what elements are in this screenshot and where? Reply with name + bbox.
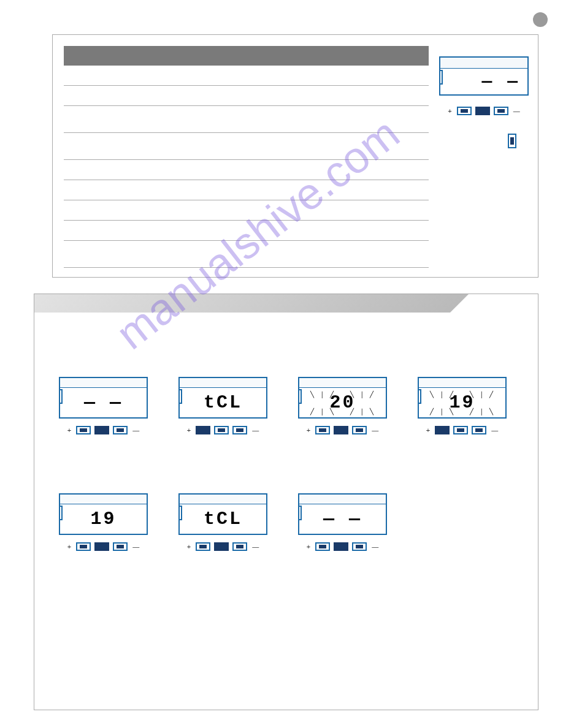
minus-button[interactable] [232, 426, 247, 434]
set-button[interactable] [334, 426, 348, 434]
table-row [64, 66, 429, 86]
minus-button[interactable] [113, 542, 128, 551]
minus-button[interactable] [232, 542, 247, 551]
plus-label: + [187, 543, 191, 550]
minus-label: — [372, 543, 378, 550]
set-button[interactable] [94, 426, 109, 434]
minus-button[interactable] [472, 426, 486, 434]
table-row [64, 200, 429, 221]
table-row [64, 106, 429, 133]
display-step-3: ╲ │ ╱ ╲ │ ╱ 20 ╱ │ ╲ ╱ │ ╲ + — [298, 377, 387, 434]
lcd-display-flashing: ╲ │ ╱ ╲ │ ╱ 20 ╱ │ ╲ ╱ │ ╲ [298, 377, 387, 419]
lcd-display: 19 [59, 493, 148, 535]
plus-label: + [426, 427, 430, 434]
minus-button[interactable] [494, 107, 508, 115]
table-row [64, 180, 429, 200]
display-step-5: 19 + — [59, 493, 148, 551]
minus-button[interactable] [352, 426, 367, 434]
plus-label: + [187, 427, 191, 434]
lower-panel: — — + — tCL + — [34, 294, 538, 710]
lcd-value: tCL [204, 509, 242, 529]
side-control-panel: — — + — [439, 56, 529, 148]
minus-button[interactable] [113, 426, 128, 434]
table-row [64, 241, 429, 268]
table-row [64, 86, 429, 106]
plus-label: + [307, 543, 310, 550]
aux-button[interactable] [508, 134, 516, 148]
plus-button[interactable] [196, 426, 210, 434]
set-button[interactable] [334, 542, 348, 551]
display-step-1: — — + — [59, 377, 148, 434]
table-header [64, 46, 429, 66]
upper-panel: — — + — [52, 34, 538, 278]
plus-button[interactable] [76, 426, 91, 434]
display-row-1: — — + — tCL + — [59, 377, 507, 434]
lcd-value: 19 [90, 509, 116, 529]
plus-button[interactable] [76, 542, 91, 551]
plus-label: + [67, 543, 71, 550]
minus-label: — [252, 543, 259, 550]
minus-label: — [132, 427, 139, 434]
display-step-7: — — + — [298, 493, 387, 551]
page-indicator-circle [533, 12, 548, 27]
lcd-value: tCL [204, 392, 242, 413]
main-lcd-display: — — [439, 56, 529, 96]
minus-label: — [491, 427, 498, 434]
plus-button[interactable] [435, 426, 450, 434]
plus-label: + [307, 427, 310, 434]
plus-label: + [448, 107, 451, 115]
minus-label: — [132, 543, 139, 550]
display-step-2: tCL + — [178, 377, 267, 434]
lcd-display-flashing: ╲ │ ╱ ╲ │ ╱ 19 ╱ │ ╲ ╱ │ ╲ [418, 377, 507, 419]
set-button[interactable] [214, 542, 229, 551]
lcd-value: — — [482, 72, 520, 91]
set-button[interactable] [214, 426, 229, 434]
minus-label: — [252, 427, 259, 434]
plus-button[interactable] [315, 426, 330, 434]
minus-label: — [513, 107, 520, 115]
lcd-value: — — [323, 509, 362, 529]
parameter-table [64, 46, 429, 289]
table-row [64, 160, 429, 180]
table-row [64, 221, 429, 241]
lcd-value: — — [84, 392, 123, 413]
plus-label: + [67, 427, 71, 434]
minus-label: — [372, 427, 378, 434]
set-button[interactable] [94, 542, 109, 551]
button-row: + — [439, 107, 529, 115]
lcd-display: tCL [178, 493, 267, 535]
display-row-2: 19 + — tCL + — [59, 493, 387, 551]
set-button[interactable] [453, 426, 468, 434]
minus-button[interactable] [352, 542, 367, 551]
table-row [64, 133, 429, 160]
section-header-band [34, 294, 538, 313]
lcd-display: — — [59, 377, 148, 419]
plus-button[interactable] [196, 542, 210, 551]
lcd-display: — — [298, 493, 387, 535]
lcd-display: tCL [178, 377, 267, 419]
set-button[interactable] [475, 107, 490, 115]
display-step-6: tCL + — [178, 493, 267, 551]
plus-button[interactable] [457, 107, 472, 115]
plus-button[interactable] [315, 542, 330, 551]
display-step-4: ╲ │ ╱ ╲ │ ╱ 19 ╱ │ ╲ ╱ │ ╲ + — [418, 377, 507, 434]
